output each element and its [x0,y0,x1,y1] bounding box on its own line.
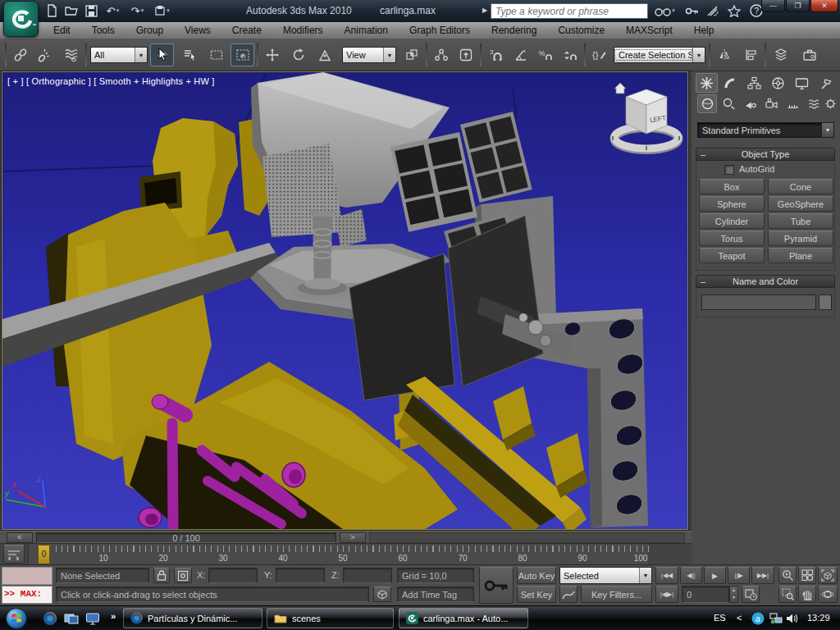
3dsmax-logo-icon[interactable] [3,1,39,37]
tab-utilities[interactable] [815,73,837,93]
select-and-manipulate-icon[interactable] [429,43,453,66]
add-time-tag[interactable]: Add Time Tag [397,587,474,602]
menu-modifiers[interactable]: Modifiers [272,22,334,39]
layer-manager-icon[interactable] [769,43,792,66]
button-box[interactable]: Box [699,179,765,194]
zoom-region-icon[interactable] [778,586,797,603]
subtab-cameras[interactable] [761,94,781,113]
set-key-button[interactable]: Set Key [517,586,556,603]
menu-graph-editors[interactable]: Graph Editors [399,22,481,39]
tray-clock[interactable]: 13:29 [807,613,830,623]
reference-coordinate-dropdown[interactable]: View▼ [342,47,396,63]
tray-language[interactable]: ES [714,613,726,623]
taskbar-task-firefox[interactable]: Partículas y Dinámic... [123,608,262,628]
mirror-icon[interactable] [712,43,736,66]
x-coordinate-field[interactable] [208,568,258,583]
primitive-category-dropdown[interactable]: Standard Primitives ▼ [697,122,834,138]
tab-create[interactable] [696,73,718,93]
quicklaunch-overflow-chevron[interactable]: » [111,611,116,621]
time-slider-track[interactable] [369,532,685,543]
quicklaunch-desktop-icon[interactable] [85,611,100,626]
favorites-star-icon[interactable] [725,2,743,19]
align-icon[interactable] [738,43,762,66]
menu-group[interactable]: Group [126,22,174,39]
subtab-geometry[interactable] [697,94,717,113]
y-coordinate-field[interactable] [276,568,325,583]
restore-button[interactable]: ❐ [786,0,810,12]
use-center-icon[interactable] [399,43,423,66]
subtab-systems[interactable] [820,94,840,113]
menu-rendering[interactable]: Rendering [481,22,547,39]
button-torus[interactable]: Torus [699,231,765,246]
select-by-name-icon[interactable] [178,43,202,66]
unlink-icon[interactable] [33,43,57,66]
redo-icon[interactable]: ↷▼ [126,2,149,19]
tab-modify[interactable] [719,73,742,93]
zoom-extents-icon[interactable] [818,567,838,584]
viewport-orthographic[interactable]: [ + ] [ Orthographic ] [ Smooth + Highli… [2,71,688,530]
angle-snap-icon[interactable] [509,43,532,66]
zoom-icon[interactable] [778,567,797,584]
set-keys-button[interactable] [479,567,514,604]
default-in-out-tangent-icon[interactable] [559,586,578,603]
menu-edit[interactable]: Edit [43,22,81,39]
minimize-button[interactable]: — [761,0,785,12]
selection-lock-icon[interactable] [153,568,170,583]
menu-create[interactable]: Create [221,22,272,39]
maxscript-mini-listener[interactable]: >> MAX: [2,586,52,604]
time-slider-handle[interactable]: 0 / 100 [36,532,336,543]
selection-filter-dropdown[interactable]: All▼ [90,47,148,63]
time-slider-prev-button[interactable]: < [7,532,33,543]
mini-curve-editor-button[interactable] [3,545,25,564]
taskbar-task-3dsmax[interactable]: carlinga.max - Auto... [399,608,528,628]
menu-views[interactable]: Views [174,22,221,39]
viewport-label[interactable]: [ + ] [ Orthographic ] [ Smooth + Highli… [7,76,215,86]
edit-named-selection-sets-icon[interactable]: {} [587,43,611,66]
menu-maxscript[interactable]: MAXScript [615,22,683,39]
auto-key-button[interactable]: Auto Key [517,567,556,584]
select-and-scale-icon[interactable] [313,43,336,66]
save-file-icon[interactable] [82,2,100,19]
subtab-helpers[interactable] [783,94,802,113]
tray-network-icon[interactable] [769,613,783,624]
window-crossing-toggle[interactable] [231,43,254,66]
current-frame-marker[interactable]: 0 [38,545,50,564]
named-selection-set-dropdown[interactable]: Create Selection Se▼ [614,47,705,63]
collapse-icon[interactable]: – [701,276,705,288]
toolbox-icon[interactable] [797,43,821,66]
key-filter-selected-dropdown[interactable]: Selected▼ [559,567,652,584]
zoom-all-icon[interactable] [798,567,816,584]
menu-animation[interactable]: Animation [334,22,399,39]
isolate-selection-icon[interactable] [373,587,391,602]
select-and-move-icon[interactable] [260,43,284,66]
taskbar-task-scenes-folder[interactable]: scenes [267,608,394,628]
maxscript-mini-listener-pink[interactable] [2,567,52,585]
button-plane[interactable]: Plane [768,248,833,263]
search-binoculars-icon[interactable]: ▼ [653,2,678,19]
orbit-icon[interactable] [818,586,838,603]
subtab-shapes[interactable] [719,94,738,113]
button-teapot[interactable]: Teapot [699,248,765,263]
rectangular-selection-region-icon[interactable] [204,43,228,66]
open-file-icon[interactable] [62,2,80,19]
autogrid-checkbox[interactable] [724,165,734,175]
communication-center-icon[interactable] [704,2,722,19]
pan-hand-icon[interactable] [798,586,816,603]
tab-hierarchy[interactable] [743,73,765,93]
object-color-swatch[interactable] [819,294,832,310]
bind-to-space-warp-icon[interactable] [59,43,83,66]
percent-snap-icon[interactable]: % [533,43,557,66]
tray-updater-icon[interactable]: a [751,612,765,625]
viewcube[interactable]: LEFT [604,75,686,157]
tab-motion[interactable] [767,73,789,93]
key-mode-toggle[interactable]: |◀▶| [655,586,678,603]
menu-tools[interactable]: Tools [81,22,126,39]
quicklaunch-firefox-icon[interactable] [43,611,57,626]
search-input[interactable] [491,3,648,19]
time-configuration-icon[interactable] [742,586,760,603]
quicklaunch-switcher-icon[interactable] [64,611,79,626]
spinner-snap-icon[interactable] [558,43,582,66]
tray-collapse-chevron[interactable]: < [737,613,742,623]
project-folder-icon[interactable]: ▼ [151,2,174,19]
tab-display[interactable] [791,73,813,93]
